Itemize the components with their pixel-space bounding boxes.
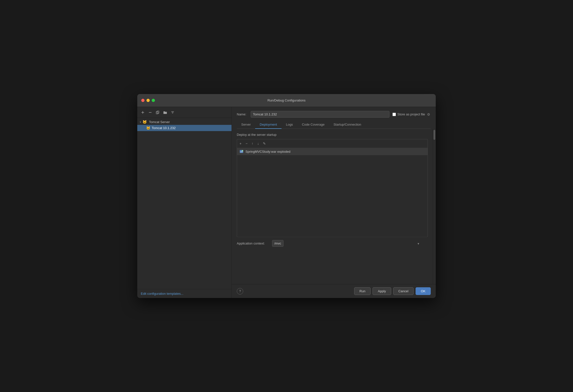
content-area: ▾ 🐱 Tomcat Server 🐱 Tomcat 10.1.232 Edit… [137,107,436,298]
store-as-project-checkbox[interactable] [392,113,396,116]
scrollbar-area[interactable] [433,129,436,284]
main-panel: Name: Store as project file ⚙ Server Dep… [232,107,436,298]
tomcat-server-group-icon: 🐱 [143,120,147,124]
tab-code-coverage[interactable]: Code Coverage [297,121,329,129]
minimize-button[interactable] [146,99,150,102]
deploy-list: war SpringMVCStudy:war exploded [237,148,428,237]
cancel-button[interactable]: Cancel [393,287,414,295]
tab-logs[interactable]: Logs [282,121,297,129]
close-button[interactable] [141,99,144,102]
folder-config-button[interactable] [162,109,168,115]
gear-icon-button[interactable]: ⚙ [427,112,431,117]
add-config-button[interactable] [140,109,146,115]
store-as-project-label: Store as project file [397,112,425,116]
run-debug-configurations-dialog: Run/Debug Configurations [137,94,436,298]
sidebar-footer: Edit configuration templates... [137,289,232,298]
name-label: Name: [237,112,248,116]
apply-button[interactable]: Apply [373,287,391,295]
run-button[interactable]: Run [354,287,371,295]
app-context-select-wrapper: /mvc [272,240,421,247]
name-row: Name: Store as project file ⚙ [237,111,431,118]
chevron-icon: ▾ [140,121,141,123]
deploy-move-down-button[interactable]: ↓ [256,141,260,146]
sidebar-toolbar [137,107,232,118]
name-input[interactable] [251,111,389,118]
copy-config-button[interactable] [155,109,161,115]
deploy-remove-button[interactable]: − [244,141,249,146]
war-exploded-icon: war [239,149,243,153]
maximize-button[interactable] [152,99,155,102]
tabs-bar: Server Deployment Logs Code Coverage Sta… [237,121,431,129]
sort-config-button[interactable] [170,109,176,115]
deploy-item-0[interactable]: war SpringMVCStudy:war exploded [237,148,428,155]
tab-deployment[interactable]: Deployment [255,121,281,129]
edit-templates-link[interactable]: Edit configuration templates... [141,292,183,295]
dialog-title: Run/Debug Configurations [267,98,305,102]
tomcat-item-icon: 🐱 [146,126,150,130]
deploy-toolbar: + − ↑ ↓ ✎ [237,139,428,148]
app-context-row: Application context: /mvc [237,237,428,249]
app-context-select[interactable]: /mvc [272,240,284,247]
bottom-actions: Run Apply Cancel OK [354,287,431,295]
main-content-flex: Deploy at the server startup + − ↑ ↓ ✎ [232,129,436,284]
tree-group-label: Tomcat Server [149,120,170,124]
tree-item-label: Tomcat 10.1.232 [152,126,176,130]
deploy-add-button[interactable]: + [238,141,243,146]
deploy-edit-button[interactable]: ✎ [261,141,267,146]
sidebar: ▾ 🐱 Tomcat Server 🐱 Tomcat 10.1.232 Edit… [137,107,232,298]
traffic-lights [141,99,155,102]
remove-config-button[interactable] [147,109,153,115]
store-project-area: Store as project file ⚙ [392,112,431,117]
main-header: Name: Store as project file ⚙ Server Dep… [232,107,436,129]
tab-startup-connection[interactable]: Startup/Connection [329,121,366,129]
tree-item-tomcat-1023[interactable]: 🐱 Tomcat 10.1.232 [137,125,232,131]
tree-group-tomcat-server[interactable]: ▾ 🐱 Tomcat Server [137,119,232,125]
sidebar-tree: ▾ 🐱 Tomcat Server 🐱 Tomcat 10.1.232 [137,118,232,289]
title-bar: Run/Debug Configurations [137,94,436,107]
deployment-tab-content: Deploy at the server startup + − ↑ ↓ ✎ [232,129,433,284]
deploy-move-up-button[interactable]: ↑ [250,141,255,146]
app-context-label: Application context: [237,242,269,245]
help-button[interactable]: ? [237,288,243,294]
bottom-bar: ? Run Apply Cancel OK [232,284,436,298]
deploy-item-name-0: SpringMVCStudy:war exploded [245,150,290,153]
tab-server[interactable]: Server [237,121,255,129]
deploy-section-title: Deploy at the server startup [237,133,428,137]
ok-button[interactable]: OK [416,287,431,295]
